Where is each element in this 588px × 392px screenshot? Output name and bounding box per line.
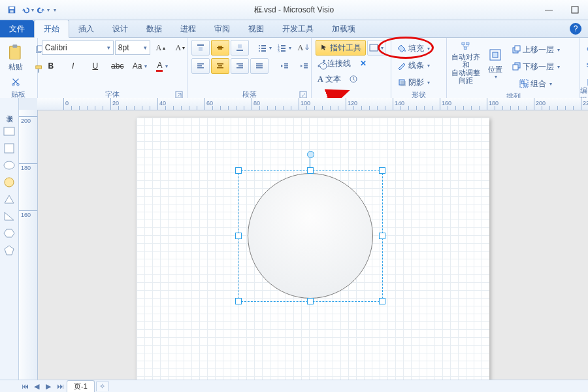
font-size-combo[interactable]: 8pt▾: [115, 41, 150, 55]
undo-icon[interactable]: ▾: [21, 3, 34, 16]
text-tool-button[interactable]: A 文本: [316, 71, 343, 87]
rotation-handle[interactable]: [307, 151, 314, 158]
resize-handle-ne[interactable]: [379, 167, 385, 174]
tab-developer[interactable]: 开发工具: [273, 20, 323, 37]
tab-home[interactable]: 开始: [34, 20, 69, 38]
resize-handle-nw[interactable]: [235, 167, 242, 174]
change-case-button[interactable]: Aa▾: [131, 58, 150, 74]
minimize-button[interactable]: —: [536, 0, 562, 20]
align-bottom-button[interactable]: [231, 40, 249, 56]
align-top-button[interactable]: [191, 40, 210, 56]
help-icon[interactable]: ?: [570, 23, 581, 35]
tab-addins[interactable]: 加载项: [323, 20, 365, 37]
svg-rect-36: [217, 67, 223, 69]
qat-more-icon[interactable]: ▾: [54, 7, 56, 13]
align-right-button[interactable]: [231, 58, 249, 74]
svg-rect-33: [197, 67, 204, 69]
tab-design[interactable]: 设计: [103, 20, 137, 37]
resize-handle-e[interactable]: [379, 233, 385, 239]
svg-rect-71: [4, 127, 14, 135]
svg-rect-57: [466, 42, 469, 44]
send-backward-button[interactable]: 下移一层▾: [510, 59, 562, 74]
autoalign-button[interactable]: 自动对齐和 自动调整间距: [451, 41, 481, 85]
position-button[interactable]: 位置▾: [483, 41, 507, 85]
connector-tool-button[interactable]: 连接线: [316, 56, 353, 71]
svg-rect-42: [256, 67, 263, 69]
svg-rect-17: [238, 44, 242, 48]
resize-handle-se[interactable]: [379, 298, 385, 304]
tab-file[interactable]: 文件: [0, 20, 34, 37]
save-icon[interactable]: [5, 3, 18, 16]
strikethrough-button[interactable]: abc: [108, 58, 127, 74]
stencil-rect[interactable]: [3, 125, 16, 137]
cut-icon[interactable]: [7, 74, 25, 90]
ink-tool-icon[interactable]: [344, 71, 363, 87]
page-nav-last[interactable]: ⏭: [55, 382, 65, 391]
bullets-button[interactable]: ▾: [255, 40, 274, 56]
tab-data[interactable]: 数据: [137, 20, 171, 37]
tab-insert[interactable]: 插入: [69, 20, 103, 37]
resize-handle-w[interactable]: [235, 233, 242, 239]
stencil-triangle[interactable]: [3, 193, 16, 205]
page-nav-prev[interactable]: ◀: [31, 382, 42, 391]
connection-point-icon[interactable]: ✕: [354, 56, 372, 71]
svg-rect-58: [464, 47, 466, 49]
tab-view[interactable]: 视图: [239, 20, 273, 37]
increase-indent-button[interactable]: [295, 58, 313, 74]
stencil-circle[interactable]: [3, 176, 16, 188]
font-color-button[interactable]: A▾: [153, 58, 171, 74]
tab-review[interactable]: 审阅: [205, 20, 239, 37]
svg-rect-60: [493, 52, 498, 57]
numbering-button[interactable]: 123▾: [275, 40, 293, 56]
text-direction-button[interactable]: A: [295, 40, 313, 56]
resize-handle-s[interactable]: [307, 298, 314, 304]
layers-button[interactable]: 层: [584, 57, 588, 73]
svg-point-74: [5, 178, 14, 187]
find-button[interactable]: 查找: [584, 41, 588, 56]
vertical-label-shapes[interactable]: 形状: [3, 101, 16, 120]
underline-button[interactable]: U: [86, 58, 105, 74]
svg-point-23: [259, 50, 260, 52]
stencil-pentagon[interactable]: [3, 244, 16, 256]
font-name-combo[interactable]: Calibri▾: [42, 41, 114, 55]
align-justify-button[interactable]: [250, 58, 269, 74]
svg-rect-40: [256, 63, 263, 65]
tab-process[interactable]: 进程: [171, 20, 205, 37]
decrease-indent-button[interactable]: [275, 58, 293, 74]
bring-forward-button[interactable]: 上移一层▾: [510, 42, 562, 57]
stencil-hexagon[interactable]: [3, 227, 16, 239]
align-center-button[interactable]: [211, 58, 229, 74]
pointer-tool-button[interactable]: 指针工具: [316, 40, 366, 56]
group-button[interactable]: 组合▾: [510, 76, 562, 91]
redo-icon[interactable]: ▾: [37, 3, 50, 16]
page-nav-next[interactable]: ▶: [43, 382, 54, 391]
resize-handle-n[interactable]: [307, 167, 314, 174]
align-middle-button[interactable]: [211, 40, 229, 56]
paste-label: 粘贴: [8, 63, 23, 71]
align-left-button[interactable]: [191, 58, 210, 74]
page-nav-first[interactable]: ⏮: [20, 382, 30, 391]
paste-button[interactable]: 粘贴: [4, 41, 27, 73]
stencil-square[interactable]: [3, 142, 16, 154]
line-button[interactable]: 线条▾: [395, 57, 432, 73]
maximize-button[interactable]: [562, 0, 588, 20]
fill-button[interactable]: 填充▾: [395, 41, 432, 56]
stencil-rtriangle[interactable]: [3, 210, 16, 222]
resize-handle-sw[interactable]: [235, 298, 242, 304]
svg-rect-45: [284, 67, 288, 69]
bold-button[interactable]: B: [42, 58, 60, 74]
drawing-page[interactable]: [137, 118, 489, 380]
canvas-viewport[interactable]: 020406080100120140160180200220 200180160: [19, 98, 588, 380]
shrink-font-icon[interactable]: A▾: [171, 40, 189, 56]
svg-rect-44: [284, 65, 288, 67]
stencil-ellipse[interactable]: [3, 159, 16, 171]
rectangle-tool-icon[interactable]: ▾: [367, 40, 385, 56]
ribbon-tabs: 文件 开始 插入 设计 数据 进程 审阅 视图 开发工具 加载项 ?: [0, 20, 588, 38]
svg-point-52: [323, 60, 325, 62]
italic-button[interactable]: I: [64, 58, 82, 74]
page-add[interactable]: ✧: [96, 382, 109, 391]
svg-rect-14: [199, 47, 203, 51]
page-tab-1[interactable]: 页-1: [67, 380, 95, 392]
grow-font-icon[interactable]: A▴: [152, 40, 170, 56]
shadow-button[interactable]: 阴影▾: [395, 74, 432, 90]
